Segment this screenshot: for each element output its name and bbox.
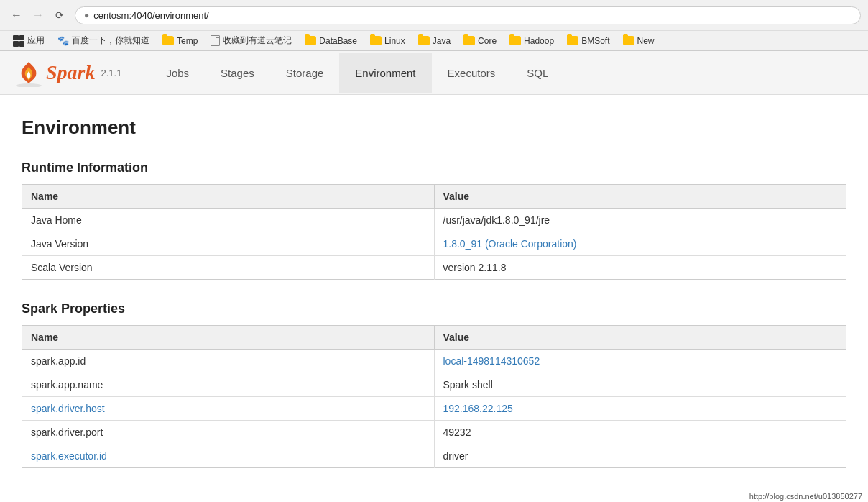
refresh-button[interactable]: ⟳ xyxy=(50,6,69,24)
folder-icon xyxy=(418,36,430,45)
tab-jobs[interactable]: Jobs xyxy=(150,53,205,93)
main-content: Environment Runtime Information Name Val… xyxy=(0,95,868,502)
bookmark-youdao[interactable]: 收藏到有道云笔记 xyxy=(205,33,297,48)
bookmark-baidu[interactable]: 🐾 百度一下，你就知道 xyxy=(52,33,155,48)
bookmark-linux[interactable]: Linux xyxy=(364,35,411,47)
table-row: spark.driver.host192.168.22.125 xyxy=(22,397,846,421)
apps-grid-icon xyxy=(13,35,24,47)
runtime-col-name: Name xyxy=(22,185,435,209)
status-url: http://blog.csdn.net/u013850277 xyxy=(749,492,862,501)
spark-flame-icon xyxy=(14,58,43,87)
spark-value-cell[interactable]: 192.168.22.125 xyxy=(434,397,846,421)
address-url: centosm:4040/environment/ xyxy=(93,10,851,21)
bookmark-youdao-label: 收藏到有道云笔记 xyxy=(223,35,292,47)
bookmark-core[interactable]: Core xyxy=(458,35,502,47)
tab-executors-link[interactable]: Executors xyxy=(432,53,512,93)
svg-point-0 xyxy=(16,83,42,87)
bookmark-temp[interactable]: Temp xyxy=(157,35,203,47)
spark-value-cell: 49232 xyxy=(434,421,846,444)
address-bar[interactable]: ● centosm:4040/environment/ xyxy=(75,6,861,24)
tab-sql-link[interactable]: SQL xyxy=(511,53,564,93)
spark-name-cell[interactable]: spark.executor.id xyxy=(22,444,435,468)
runtime-name-cell: Scala Version xyxy=(22,256,435,280)
back-button[interactable]: ← xyxy=(7,6,26,24)
browser-chrome: ← → ⟳ ● centosm:4040/environment/ 应用 🐾 百… xyxy=(0,0,868,51)
app-header: Spark 2.1.1 Jobs Stages Storage Environm… xyxy=(0,51,868,95)
bookmark-database[interactable]: DataBase xyxy=(299,35,363,47)
runtime-value-cell[interactable]: 1.8.0_91 (Oracle Corporation) xyxy=(434,232,846,256)
spark-logo[interactable]: Spark 2.1.1 xyxy=(14,51,136,94)
nav-buttons: ← → ⟳ xyxy=(7,6,69,24)
spark-name-cell[interactable]: spark.driver.host xyxy=(22,397,435,421)
bookmark-bmsoft[interactable]: BMSoft xyxy=(561,35,615,47)
bookmark-bmsoft-label: BMSoft xyxy=(581,36,609,46)
bookmark-java[interactable]: Java xyxy=(412,35,456,47)
tab-environment[interactable]: Environment xyxy=(339,53,431,93)
tab-stages-link[interactable]: Stages xyxy=(205,53,270,93)
folder-icon xyxy=(162,36,174,45)
table-row: Scala Versionversion 2.11.8 xyxy=(22,256,846,280)
spark-name-link[interactable]: spark.executor.id xyxy=(31,450,107,462)
folder-icon xyxy=(509,36,521,45)
page-title: Environment xyxy=(22,117,846,139)
page-icon xyxy=(211,35,220,46)
runtime-table-header: Name Value xyxy=(22,185,846,209)
nav-tabs: Jobs Stages Storage Environment Executor… xyxy=(150,53,854,93)
folder-icon xyxy=(305,36,316,45)
table-row: Java Version1.8.0_91 (Oracle Corporation… xyxy=(22,232,846,256)
folder-icon xyxy=(623,36,634,45)
spark-name-cell: spark.driver.port xyxy=(22,421,435,444)
runtime-name-cell: Java Home xyxy=(22,209,435,232)
spark-name-cell: spark.app.id xyxy=(22,350,435,373)
runtime-value-cell: version 2.11.8 xyxy=(434,256,846,280)
tab-sql[interactable]: SQL xyxy=(511,53,564,93)
spark-value-link[interactable]: local-1498114310652 xyxy=(443,355,540,367)
spark-properties-section-title: Spark Properties xyxy=(22,301,846,316)
tab-executors[interactable]: Executors xyxy=(432,53,512,93)
spark-value-cell: driver xyxy=(434,444,846,468)
bookmark-java-label: Java xyxy=(433,36,451,46)
bookmark-temp-label: Temp xyxy=(177,36,198,46)
tab-environment-link[interactable]: Environment xyxy=(339,53,431,93)
folder-icon xyxy=(370,36,382,45)
spark-version: 2.1.1 xyxy=(101,68,121,78)
app-nav: Spark 2.1.1 Jobs Stages Storage Environm… xyxy=(0,51,868,94)
table-row: spark.executor.iddriver xyxy=(22,444,846,468)
spark-value-cell[interactable]: local-1498114310652 xyxy=(434,350,846,373)
forward-button[interactable]: → xyxy=(29,6,47,24)
runtime-value-cell: /usr/java/jdk1.8.0_91/jre xyxy=(434,209,846,232)
bookmark-database-label: DataBase xyxy=(319,36,357,46)
bookmark-core-label: Core xyxy=(478,36,497,46)
bookmark-apps[interactable]: 应用 xyxy=(7,33,50,48)
runtime-table: Name Value Java Home/usr/java/jdk1.8.0_9… xyxy=(22,184,846,280)
bookmark-baidu-label: 百度一下，你就知道 xyxy=(72,35,149,47)
spark-properties-table: Name Value spark.app.idlocal-14981143106… xyxy=(22,325,846,468)
spark-table-header: Name Value xyxy=(22,326,846,350)
tab-jobs-link[interactable]: Jobs xyxy=(150,53,205,93)
address-lock-icon: ● xyxy=(84,10,89,20)
table-row: spark.app.idlocal-1498114310652 xyxy=(22,350,846,373)
runtime-col-value: Value xyxy=(434,185,846,209)
runtime-section-title: Runtime Information xyxy=(22,160,846,175)
folder-icon xyxy=(463,36,475,45)
table-row: spark.app.nameSpark shell xyxy=(22,373,846,397)
spark-name-link[interactable]: spark.driver.host xyxy=(31,403,105,414)
tab-stages[interactable]: Stages xyxy=(205,53,270,93)
table-row: spark.driver.port49232 xyxy=(22,421,846,444)
spark-col-value: Value xyxy=(434,326,846,350)
browser-toolbar: ← → ⟳ ● centosm:4040/environment/ xyxy=(0,0,868,30)
bookmark-hadoop[interactable]: Hadoop xyxy=(504,35,560,47)
spark-logo-text: Spark xyxy=(46,61,95,84)
bookmark-new-label: New xyxy=(637,36,655,46)
bookmark-apps-label: 应用 xyxy=(27,35,45,47)
status-bar: http://blog.csdn.net/u013850277 xyxy=(744,490,868,502)
bookmark-linux-label: Linux xyxy=(384,36,405,46)
tab-storage[interactable]: Storage xyxy=(270,53,340,93)
baidu-icon: 🐾 xyxy=(57,35,69,46)
spark-name-cell: spark.app.name xyxy=(22,373,435,397)
spark-value-link[interactable]: 192.168.22.125 xyxy=(443,403,513,414)
table-row: Java Home/usr/java/jdk1.8.0_91/jre xyxy=(22,209,846,232)
tab-storage-link[interactable]: Storage xyxy=(270,53,340,93)
bookmark-new[interactable]: New xyxy=(617,35,660,47)
runtime-value-link[interactable]: 1.8.0_91 (Oracle Corporation) xyxy=(443,238,577,250)
